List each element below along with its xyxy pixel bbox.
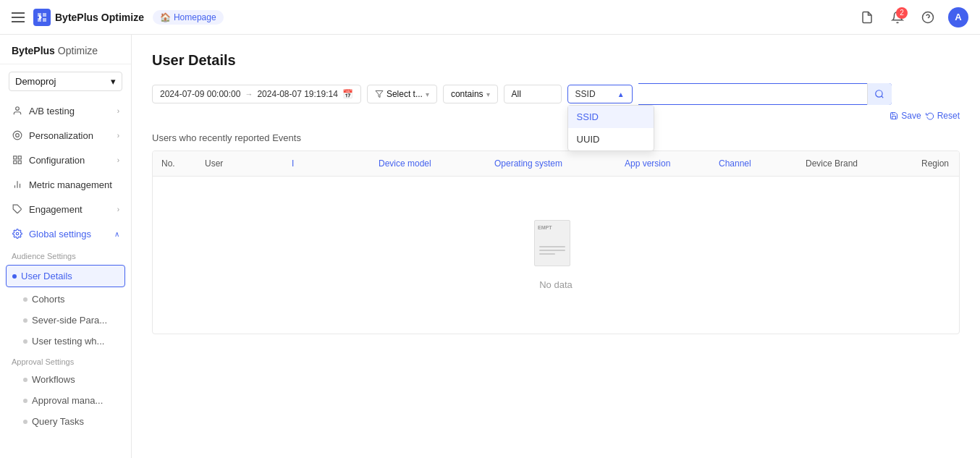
content-area: User Details 2024-07-09 00:00:00 → 2024-…: [132, 35, 980, 458]
condition-select[interactable]: contains ▾: [443, 85, 498, 103]
sidebar-item-engagement-label: Engagement: [29, 204, 111, 215]
reset-button[interactable]: Reset: [926, 111, 960, 121]
chevron-icon: ›: [117, 156, 119, 164]
brand-main: BytePlus: [12, 45, 55, 56]
sidebar-sub-item-server-side-para-label: Sever-side Para...: [32, 315, 107, 326]
filter-bar: 2024-07-09 00:00:00 → 2024-08-07 19:19:1…: [152, 83, 960, 121]
search-type-button[interactable]: SSID ▲: [567, 85, 633, 103]
save-icon: [890, 111, 898, 120]
sidebar-sub-item-query-tasks-label: Query Tasks: [32, 416, 84, 427]
dot-icon: [23, 420, 28, 424]
sidebar-sub-item-user-details-label: User Details: [21, 271, 72, 281]
svg-rect-8: [18, 161, 21, 164]
file-line: [539, 246, 565, 247]
sidebar-sub-item-query-tasks[interactable]: Query Tasks: [0, 411, 131, 432]
sidebar-item-metric-management[interactable]: Metric management: [0, 172, 131, 197]
homepage-badge[interactable]: 🏠 Homepage: [153, 10, 224, 25]
col-operating-system: Operating system: [486, 151, 616, 176]
dot-icon: [23, 318, 28, 323]
sidebar-sub-item-approval-mana-label: Approval mana...: [32, 395, 103, 406]
svg-rect-6: [18, 156, 21, 159]
bar-chart-icon: [12, 179, 23, 190]
chevron-down-icon: ▾: [111, 76, 116, 87]
value-label: All: [512, 89, 521, 99]
notification-icon[interactable]: 2: [887, 7, 908, 27]
save-button[interactable]: Save: [890, 111, 921, 121]
gear-icon: [12, 228, 23, 239]
reset-icon: [926, 111, 934, 120]
search-input[interactable]: [638, 83, 892, 105]
event-filter-select[interactable]: Select t... ▾: [367, 85, 437, 103]
sidebar-sub-item-user-testing-label: User testing wh...: [32, 336, 104, 347]
sidebar-item-global-settings[interactable]: Global settings ∧: [0, 221, 131, 246]
topnav-left: BytePlus Optimize 🏠 Homepage: [12, 9, 845, 26]
section-label: Users who recently reported Events: [152, 132, 960, 143]
main-layout: BytePlus Optimize Demoproj ▾ A/B testing…: [0, 35, 980, 458]
hamburger-menu[interactable]: [12, 12, 25, 22]
sidebar-item-engagement[interactable]: Engagement ›: [0, 197, 131, 221]
sidebar-sub-item-cohorts[interactable]: Cohorts: [0, 289, 131, 310]
sidebar-item-global-settings-label: Global settings: [29, 229, 109, 239]
sidebar-sub-item-server-side-para[interactable]: Sever-side Para...: [0, 310, 131, 331]
empty-file-icon: [534, 220, 578, 271]
topnav-right: 2 A: [857, 7, 968, 27]
logo-icon: [33, 9, 51, 26]
user-avatar[interactable]: A: [948, 7, 968, 27]
arrow-icon: →: [245, 90, 253, 98]
search-input-wrap: [638, 83, 892, 105]
svg-rect-7: [14, 161, 17, 164]
home-icon: 🏠: [160, 12, 171, 22]
save-label: Save: [901, 111, 921, 121]
dot-icon: [23, 339, 28, 344]
svg-point-15: [876, 90, 882, 97]
page-title: User Details: [152, 52, 960, 69]
action-buttons: Save Reset: [890, 111, 960, 121]
date-start: 2024-07-09 00:00:00: [160, 89, 240, 99]
svg-rect-5: [14, 156, 17, 159]
sidebar-sub-item-user-testing[interactable]: User testing wh...: [0, 331, 131, 352]
dropdown-item-ssid[interactable]: SSID: [568, 106, 654, 128]
sidebar-sub-item-workflows[interactable]: Workflows: [0, 369, 131, 390]
svg-point-4: [16, 134, 20, 137]
chevron-up-icon: ∧: [114, 230, 119, 238]
sidebar-item-metric-management-label: Metric management: [29, 179, 119, 190]
sidebar-item-ab-testing-label: A/B testing: [29, 106, 111, 116]
sidebar-item-configuration[interactable]: Configuration ›: [0, 148, 131, 172]
sidebar-sub-item-user-details[interactable]: User Details: [6, 265, 125, 287]
date-end: 2024-08-07 19:19:14: [257, 89, 337, 99]
help-icon[interactable]: [918, 7, 938, 27]
chevron-down-icon: ▾: [486, 90, 490, 98]
audience-settings-label: Audience Settings: [0, 246, 131, 263]
dropdown-item-uuid[interactable]: UUID: [568, 128, 654, 150]
document-icon[interactable]: [857, 7, 877, 27]
project-selector[interactable]: Demoproj ▾: [9, 72, 122, 91]
search-type-menu: SSID UUID: [567, 105, 654, 151]
sidebar-brand: BytePlus Optimize: [0, 35, 131, 64]
topnav: BytePlus Optimize 🏠 Homepage 2 A: [0, 0, 980, 35]
sidebar-sub-item-approval-mana[interactable]: Approval mana...: [0, 390, 131, 411]
filter-icon: [375, 90, 384, 98]
search-button[interactable]: [867, 83, 892, 105]
sidebar-item-personalization[interactable]: Personalization ›: [0, 123, 131, 148]
sidebar-item-personalization-label: Personalization: [29, 130, 111, 141]
file-line: [539, 253, 555, 255]
dot-icon: [23, 399, 28, 403]
chevron-icon: ›: [117, 205, 119, 213]
svg-point-13: [16, 232, 19, 235]
value-input[interactable]: All: [504, 85, 562, 103]
search-type-label: SSID: [575, 89, 596, 99]
sidebar-item-configuration-label: Configuration: [29, 155, 111, 166]
svg-line-16: [882, 96, 884, 98]
col-region: Region: [913, 151, 960, 176]
logo: BytePlus Optimize: [33, 9, 144, 26]
sidebar-sub-item-cohorts-label: Cohorts: [32, 294, 65, 305]
col-i: I: [283, 151, 370, 176]
brand-name: BytePlus Optimize: [55, 12, 144, 23]
date-range-picker[interactable]: 2024-07-09 00:00:00 → 2024-08-07 19:19:1…: [152, 85, 361, 103]
brand-sub: Optimize: [55, 45, 98, 56]
col-device-model: Device model: [370, 151, 486, 176]
dot-icon: [12, 274, 17, 279]
chevron-icon: ›: [117, 107, 119, 115]
sidebar-item-ab-testing[interactable]: A/B testing ›: [0, 98, 131, 123]
project-name: Demoproj: [15, 76, 56, 87]
